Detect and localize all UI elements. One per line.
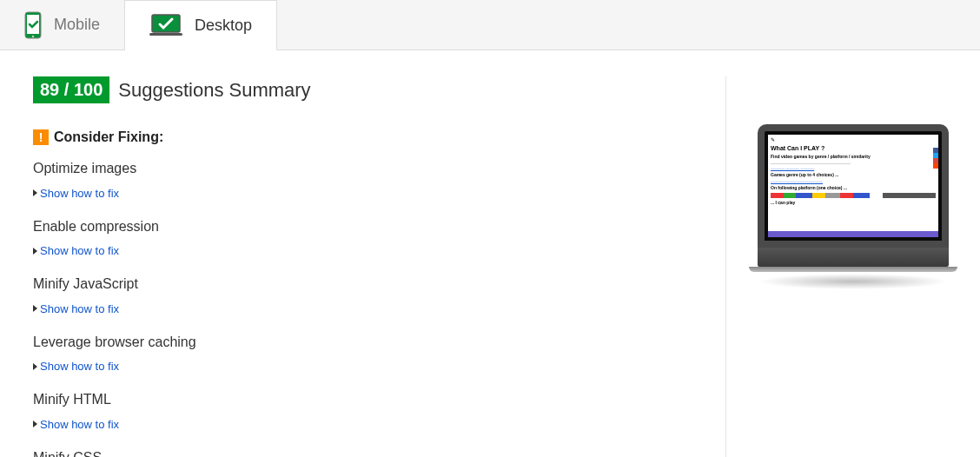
show-how-to-fix-link[interactable]: Show how to fix	[33, 187, 119, 200]
tab-mobile-label: Mobile	[54, 16, 100, 34]
svg-point-2	[32, 35, 34, 36]
preview-panel: ✎ What Can I PLAY ? Find video games by …	[726, 76, 980, 457]
preview-h3: On following platform (one choice) ...	[771, 185, 936, 191]
laptop-preview: ✎ What Can I PLAY ? Find video games by …	[758, 124, 949, 457]
show-how-to-fix-link[interactable]: Show how to fix	[33, 418, 119, 431]
laptop-shadow	[758, 274, 949, 289]
tab-mobile[interactable]: Mobile	[0, 0, 125, 50]
suggestion-item: Minify CSS	[33, 450, 691, 458]
warning-icon: !	[33, 129, 49, 145]
suggestion-title: Leverage browser caching	[33, 334, 691, 350]
show-fix-label: Show how to fix	[40, 418, 119, 431]
suggestion-title: Minify JavaScript	[33, 276, 691, 292]
laptop-screen: ✎ What Can I PLAY ? Find video games by …	[768, 135, 938, 237]
suggestion-item: Minify JavaScriptShow how to fix	[33, 276, 691, 315]
desktop-check-icon	[149, 13, 182, 37]
caret-right-icon	[33, 421, 37, 427]
summary-title: Suggestions Summary	[118, 79, 310, 102]
show-how-to-fix-link[interactable]: Show how to fix	[33, 360, 119, 373]
suggestion-item: Optimize imagesShow how to fix	[33, 161, 691, 200]
mobile-check-icon	[24, 11, 42, 39]
suggestions-panel: 89 / 100 Suggestions Summary ! Consider …	[0, 76, 726, 457]
section-title: Consider Fixing:	[54, 129, 163, 145]
score-row: 89 / 100 Suggestions Summary	[33, 76, 691, 103]
show-fix-label: Show how to fix	[40, 302, 119, 315]
suggestion-item: Leverage browser cachingShow how to fix	[33, 334, 691, 374]
show-how-to-fix-link[interactable]: Show how to fix	[33, 302, 119, 315]
suggestion-title: Minify HTML	[33, 392, 691, 407]
preview-sub: Find video games by genre / platform / s…	[771, 154, 936, 160]
section-header: ! Consider Fixing:	[33, 129, 691, 145]
caret-right-icon	[33, 248, 37, 255]
show-how-to-fix-link[interactable]: Show how to fix	[33, 244, 119, 257]
laptop-base	[758, 248, 949, 267]
tab-desktop[interactable]: Desktop	[125, 0, 277, 50]
content-area: 89 / 100 Suggestions Summary ! Consider …	[0, 50, 980, 457]
score-badge: 89 / 100	[33, 76, 109, 103]
show-fix-label: Show how to fix	[40, 360, 119, 373]
suggestion-title: Enable compression	[33, 219, 691, 235]
laptop-bezel: ✎ What Can I PLAY ? Find video games by …	[758, 124, 949, 248]
suggestion-list: Optimize imagesShow how to fixEnable com…	[33, 161, 691, 457]
preview-h4: ... I can play	[771, 200, 936, 206]
tab-desktop-label: Desktop	[195, 17, 252, 35]
caret-right-icon	[33, 189, 37, 196]
preview-heading: What Can I PLAY ?	[771, 144, 936, 152]
svg-rect-4	[149, 33, 182, 36]
show-fix-label: Show how to fix	[40, 187, 119, 200]
suggestion-title: Optimize images	[33, 161, 691, 176]
caret-right-icon	[33, 305, 37, 312]
caret-right-icon	[33, 363, 37, 370]
tab-bar: Mobile Desktop	[0, 0, 980, 50]
suggestion-item: Minify HTMLShow how to fix	[33, 392, 691, 431]
preview-h2: Games genre (up to 4 choices) ...	[771, 172, 936, 178]
laptop-foot	[749, 267, 957, 272]
show-fix-label: Show how to fix	[40, 244, 119, 257]
suggestion-title: Minify CSS	[33, 450, 691, 458]
suggestion-item: Enable compressionShow how to fix	[33, 219, 691, 258]
